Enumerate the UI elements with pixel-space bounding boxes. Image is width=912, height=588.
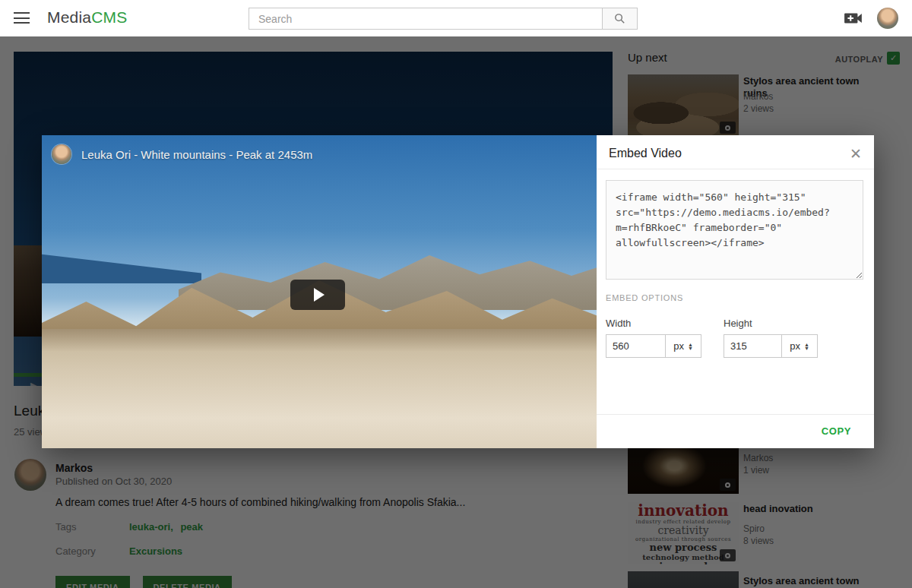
embed-video-preview[interactable]: Leuka Ori - White mountains - Peak at 24… bbox=[42, 135, 597, 448]
height-unit-value: px bbox=[790, 340, 800, 352]
preview-far-mountains bbox=[179, 242, 597, 310]
search-icon bbox=[613, 12, 626, 25]
width-unit-select[interactable]: px ▲▼ bbox=[666, 334, 701, 358]
divider bbox=[597, 414, 874, 415]
width-input[interactable] bbox=[606, 334, 666, 358]
spinner-arrows-icon: ▲▼ bbox=[804, 343, 809, 350]
play-icon bbox=[314, 288, 325, 302]
logo-cms: CMS bbox=[91, 8, 127, 26]
modal-title: Embed Video bbox=[609, 147, 682, 160]
add-video-icon[interactable] bbox=[844, 10, 863, 27]
embed-options-panel: Embed Video ✕ <iframe width="560" height… bbox=[597, 135, 874, 448]
menu-icon[interactable] bbox=[14, 12, 30, 24]
height-group: px ▲▼ bbox=[724, 334, 818, 358]
search-bar bbox=[249, 8, 638, 30]
big-play-button[interactable] bbox=[290, 280, 345, 310]
width-label: Width bbox=[606, 318, 631, 329]
preview-sea bbox=[42, 249, 201, 283]
height-unit-select[interactable]: px ▲▼ bbox=[782, 334, 818, 358]
preview-titlebar: Leuka Ori - White mountains - Peak at 24… bbox=[52, 144, 312, 164]
header-actions bbox=[844, 0, 898, 36]
search-button[interactable] bbox=[602, 8, 638, 30]
embed-video-modal: Leuka Ori - White mountains - Peak at 24… bbox=[42, 135, 874, 448]
logo-media: Media bbox=[47, 8, 91, 26]
spinner-arrows-icon: ▲▼ bbox=[688, 343, 693, 350]
mediacms-app: ▶ Leuka Ori - White mountains - Peak at … bbox=[0, 0, 912, 588]
width-group: px ▲▼ bbox=[606, 334, 701, 358]
user-avatar[interactable] bbox=[877, 8, 898, 29]
embed-options-label: EMBED OPTIONS bbox=[606, 293, 683, 302]
preview-video-title[interactable]: Leuka Ori - White mountains - Peak at 24… bbox=[81, 148, 312, 161]
embed-code-textarea[interactable]: <iframe width="560" height="315" src="ht… bbox=[606, 180, 863, 280]
logo[interactable]: MediaCMS bbox=[47, 8, 127, 27]
width-unit-value: px bbox=[673, 340, 684, 352]
divider bbox=[597, 169, 874, 169]
preview-ground bbox=[42, 329, 597, 448]
channel-avatar[interactable] bbox=[52, 144, 71, 164]
close-icon[interactable]: ✕ bbox=[850, 145, 862, 163]
height-label: Height bbox=[724, 318, 752, 329]
search-input[interactable] bbox=[249, 8, 602, 30]
height-input[interactable] bbox=[724, 334, 782, 358]
copy-button[interactable]: COPY bbox=[822, 425, 851, 437]
top-bar: MediaCMS bbox=[0, 0, 912, 36]
